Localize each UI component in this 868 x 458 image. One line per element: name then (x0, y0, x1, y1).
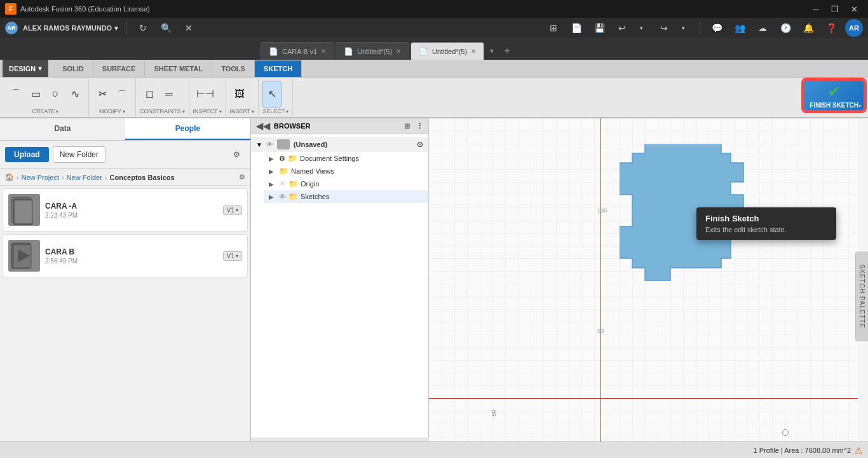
help-button[interactable]: ❓ (822, 20, 840, 36)
clock-button[interactable]: 🕐 (776, 20, 794, 36)
undo-dropdown[interactable]: ▾ (632, 20, 650, 36)
tab-data[interactable]: Data (0, 118, 125, 140)
browser-expand-doc[interactable]: ▶ (269, 155, 276, 162)
browser-visibility-root[interactable]: 👁 (266, 141, 273, 148)
browser-label-origin: Origin (301, 180, 319, 188)
redo-button[interactable]: ↪ (655, 20, 673, 36)
browser-eye-origin[interactable]: 👁 (279, 180, 286, 188)
tab-people[interactable]: People (125, 118, 250, 140)
window-controls[interactable]: ─ ❐ ✕ (807, 3, 863, 15)
panel-settings-button[interactable]: ⚙ (227, 146, 245, 163)
bell-button[interactable]: 🔔 (799, 20, 817, 36)
constraints-label: CONSTRAINTS ▾ (140, 108, 185, 116)
minimize-button[interactable]: ─ (807, 3, 825, 15)
tab-close3[interactable]: ✕ (471, 48, 476, 55)
ribbon-tab-solid[interactable]: SOLID (53, 60, 93, 77)
rect-tool[interactable]: ▭ (26, 81, 45, 108)
spline-tool[interactable]: ∿ (65, 81, 85, 108)
arc-icon: ⌒ (11, 88, 21, 100)
user-menu[interactable]: ALEX RAMOS RAYMUNDO ▾ (23, 24, 118, 32)
ribbon-tab-sheetmetal[interactable]: SHEET METAL (145, 60, 212, 77)
ribbon-tab-sketch[interactable]: SKETCH (255, 60, 302, 77)
finish-sketch-button[interactable]: ✔ FINISH SKETCH ▾ (803, 79, 865, 112)
browser-expand-sketches[interactable]: ▶ (269, 193, 276, 200)
profile-avatar[interactable]: AR (845, 19, 863, 37)
insert-image[interactable]: 🖼 (230, 81, 249, 108)
sketch-palette-tab[interactable]: SKETCH PALETTE (855, 251, 868, 341)
ribbon-tab-surface[interactable]: SURFACE (93, 60, 146, 77)
refresh-button[interactable]: ↻ (134, 20, 152, 36)
browser-sketches[interactable]: ▶ 👁 📁 Sketches (264, 190, 428, 203)
finish-sketch-dropdown[interactable]: ▾ (858, 103, 861, 109)
file-button[interactable]: 📄 (567, 20, 585, 36)
ribbon-tab-tools[interactable]: TOOLS (212, 60, 255, 77)
browser-expand-root[interactable]: ▼ (256, 141, 262, 148)
warning-icon: ⚠ (855, 445, 863, 455)
browser-document-settings[interactable]: ▶ ⚙ 📁 Document Settings (264, 152, 428, 165)
grid-menu-button[interactable]: ⊞ (545, 20, 562, 36)
search-button[interactable]: 🔍 (157, 20, 175, 36)
fillet-tool[interactable]: ⌒ (112, 81, 132, 108)
browser-header[interactable]: ◀◀ BROWSER ⊞ ⋮ (251, 118, 428, 134)
file-version-cara-b[interactable]: V1 ▾ (223, 251, 242, 261)
close-panel-button[interactable]: ✕ (180, 20, 198, 36)
browser-folder-origin: 📁 (288, 179, 298, 188)
modify-dropdown-icon: ▾ (123, 109, 125, 114)
maximize-button[interactable]: ❐ (826, 3, 844, 15)
browser-expand-views[interactable]: ▶ (269, 168, 276, 175)
new-folder-button[interactable]: New Folder (53, 146, 105, 163)
measure-tool[interactable]: ⊢⊣ (193, 81, 217, 108)
v-axis-line (600, 118, 601, 455)
panel-tabs: Data People (0, 118, 250, 141)
browser-root-label: (Unsaved) (294, 141, 327, 148)
file-thumbnail-cara-b (8, 240, 40, 272)
upload-button[interactable]: Upload (5, 147, 49, 162)
browser-gear-icon: ⚙ (279, 155, 285, 163)
tab-close2[interactable]: ✕ (396, 48, 401, 55)
constraint-equal[interactable]: ═ (159, 81, 179, 108)
file-item-cara-b[interactable]: CARA B 2:56:49 PM V1 ▾ (3, 234, 248, 277)
design-dropdown[interactable]: DESIGN ▾ (3, 60, 48, 77)
ribbon: DESIGN ▾ SOLID SURFACE SHEET METAL TOOLS… (0, 60, 868, 118)
browser-expand-origin[interactable]: ▶ (269, 181, 276, 188)
breadcrumb-home[interactable]: 🏠 (5, 173, 14, 181)
tab-close[interactable]: ✕ (321, 48, 326, 55)
browser-named-views[interactable]: ▶ 📁 Named Views (264, 165, 428, 177)
browser-settings-icon[interactable]: ⊞ (404, 122, 410, 130)
collab-button[interactable]: 👥 (731, 20, 749, 36)
breadcrumb-settings[interactable]: ⚙ (239, 173, 245, 181)
circle-tool[interactable]: ○ (46, 81, 65, 108)
finish-sketch-label: FINISH SKETCH (810, 102, 858, 109)
browser-toggle-icon[interactable]: ⋮ (416, 122, 423, 130)
file-version-cara-a[interactable]: V1 ▾ (223, 205, 242, 215)
cloud-button[interactable]: ☁ (754, 20, 771, 36)
browser-root-settings[interactable]: ⊙ (417, 140, 423, 149)
browser-origin[interactable]: ▶ 👁 📁 Origin (264, 177, 428, 190)
undo-button[interactable]: ↩ (613, 20, 631, 36)
arc-tool[interactable]: ⌒ (6, 81, 25, 108)
breadcrumb-folder[interactable]: New Folder (67, 174, 102, 181)
version-label-cara-b: V1 (227, 253, 234, 260)
close-button[interactable]: ✕ (845, 3, 863, 15)
constraint-coincident[interactable]: ◻ (140, 81, 159, 108)
comment-button[interactable]: 💬 (708, 20, 726, 36)
select-buttons: ↖ (262, 79, 288, 108)
select-dropdown-icon: ▾ (286, 109, 288, 114)
tab-untitled5[interactable]: 📄 Untitled*(5) ✕ (410, 42, 484, 60)
ribbon-spacer (293, 79, 803, 116)
tab-untitled5-star[interactable]: 📄 Untitled*(5) ✕ (336, 42, 409, 60)
breadcrumb-project[interactable]: New Project (22, 174, 59, 181)
select-tool[interactable]: ↖ (262, 81, 281, 108)
browser-collapse-icon[interactable]: ◀◀ (256, 121, 270, 131)
trim-tool[interactable]: ✂ (93, 81, 112, 108)
tab-carab-v1[interactable]: 📄 CARA B v1 ✕ (261, 42, 334, 60)
sketch-arrow: → (856, 141, 858, 151)
save-button[interactable]: 💾 (590, 20, 608, 36)
tab-add[interactable]: + (498, 42, 516, 60)
file-item-cara-a[interactable]: CARA -A 2:23:43 PM V1 ▾ (3, 188, 248, 232)
trim-icon: ✂ (98, 88, 107, 100)
redo-dropdown[interactable]: ▾ (674, 20, 692, 36)
browser-eye-sketches[interactable]: 👁 (279, 193, 286, 200)
canvas-area[interactable]: 100 50 -50 → (429, 118, 858, 455)
tab-dropdown[interactable]: ▾ (485, 42, 498, 60)
